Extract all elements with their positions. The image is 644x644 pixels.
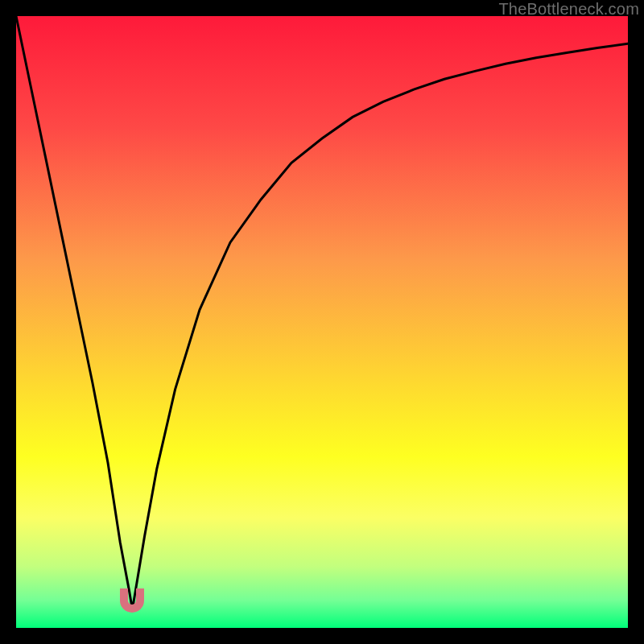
curve bbox=[16, 16, 628, 628]
watermark-text: TheBottleneck.com bbox=[498, 0, 639, 19]
chart-frame: TheBottleneck.com bbox=[0, 0, 644, 644]
bottleneck-curve-path bbox=[16, 16, 628, 609]
plot-area bbox=[16, 16, 628, 628]
